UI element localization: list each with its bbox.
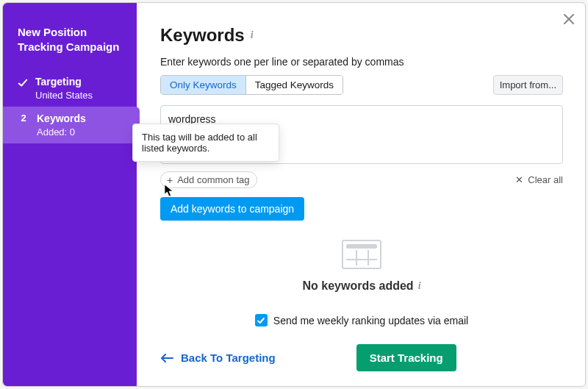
- weekly-updates-row: Send me weekly ranking updates via email: [160, 314, 563, 326]
- x-icon: ✕: [515, 174, 523, 185]
- page-title: Keywords i: [160, 25, 563, 46]
- weekly-updates-checkbox[interactable]: [255, 314, 268, 326]
- add-keywords-to-campaign-button[interactable]: Add keywords to campaign: [160, 197, 304, 221]
- check-icon: [18, 76, 28, 88]
- clear-all-label: Clear all: [528, 174, 563, 185]
- sidebar-title: New Position Tracking Campaign: [3, 25, 137, 70]
- keywords-textarea-wrap: This tag will be added to all listed key…: [160, 105, 563, 167]
- tab-tagged-keywords[interactable]: Tagged Keywords: [245, 76, 343, 94]
- info-icon[interactable]: i: [251, 29, 254, 41]
- weekly-updates-label: Send me weekly ranking updates via email: [273, 315, 468, 326]
- tab-only-keywords[interactable]: Only Keywords: [161, 76, 245, 94]
- step-label: Targeting: [35, 76, 93, 88]
- step-sub: United States: [35, 90, 93, 101]
- import-label: Import from...: [500, 79, 556, 90]
- close-button[interactable]: [560, 10, 578, 28]
- page-subtitle: Enter keywords one per line or separated…: [160, 56, 563, 68]
- clear-all-button[interactable]: ✕ Clear all: [515, 174, 563, 185]
- modal-container: New Position Tracking Campaign Targeting…: [2, 2, 586, 387]
- under-textarea-row: + Add common tag ✕ Clear all: [160, 171, 563, 188]
- arrow-left-icon: [160, 353, 173, 363]
- empty-state-text: No keywords added i: [302, 279, 420, 293]
- close-icon: [562, 13, 576, 26]
- back-label: Back To Targeting: [181, 351, 276, 364]
- info-icon[interactable]: i: [418, 280, 421, 292]
- start-tracking-button[interactable]: Start Tracking: [356, 344, 456, 371]
- empty-state: No keywords added i: [160, 221, 563, 311]
- tabs-row: Only Keywords Tagged Keywords Import fro…: [160, 75, 563, 95]
- step-number: 2: [18, 113, 29, 124]
- cursor-pointer-icon: [164, 184, 175, 199]
- step-label: Keywords: [37, 113, 86, 124]
- add-common-tag-button[interactable]: + Add common tag: [160, 171, 257, 188]
- import-from-button[interactable]: Import from...: [493, 75, 563, 95]
- step-sub: Added: 0: [37, 126, 86, 138]
- empty-state-label: No keywords added: [302, 279, 413, 293]
- add-common-tag-label: Add common tag: [177, 174, 249, 185]
- wizard-sidebar: New Position Tracking Campaign Targeting…: [3, 3, 137, 386]
- check-icon: [257, 316, 265, 325]
- main-panel: Keywords i Enter keywords one per line o…: [137, 3, 585, 386]
- step-keywords[interactable]: 2 Keywords Added: 0: [3, 107, 140, 143]
- step-targeting[interactable]: Targeting United States: [3, 70, 137, 107]
- empty-table-icon: [342, 240, 381, 269]
- keyword-mode-tabs: Only Keywords Tagged Keywords: [160, 75, 343, 95]
- footer-actions: Back To Targeting Start Tracking: [160, 341, 563, 371]
- add-tag-tooltip: This tag will be added to all listed key…: [132, 124, 279, 162]
- back-to-targeting-link[interactable]: Back To Targeting: [160, 351, 276, 364]
- page-title-text: Keywords: [160, 25, 245, 46]
